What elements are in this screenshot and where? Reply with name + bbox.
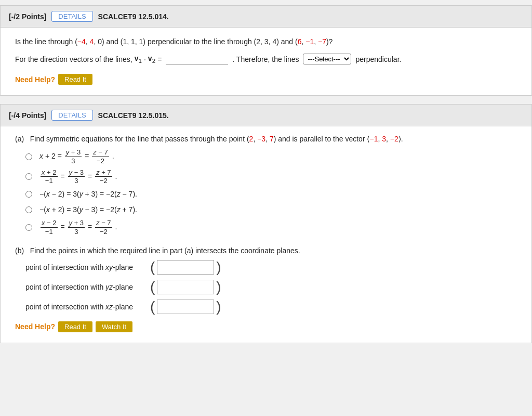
option-4-text: −(x + 2) = 3(y − 3) = −2(z + 7).	[39, 204, 137, 216]
problem-49-need-help: Need Help? Read It Watch It	[15, 321, 517, 332]
perpendicular-text: perpendicular.	[355, 55, 401, 63]
yz-plane-row: point of intersection with yz-plane ( )	[25, 280, 517, 294]
part-b-header: (b) Find the points in which the require…	[15, 246, 517, 255]
part-b-label: (b)	[15, 246, 24, 255]
vec-3: 3	[382, 135, 386, 143]
part-b-section: (b) Find the points in which the require…	[15, 246, 517, 314]
dot-product-symbol: ·	[144, 55, 146, 63]
part-a-label: (a)	[15, 135, 24, 143]
frac-y3c: y + 3 3	[68, 219, 85, 236]
problem-48-content: Is the line through (−4, 4, 0) and (1, 1…	[1, 28, 531, 95]
xy-open-bracket: (	[150, 260, 155, 275]
frac-z7b: z + 7 −2	[95, 168, 112, 185]
part-b-question: Find the points in which the required li…	[30, 246, 300, 255]
yz-open-bracket: (	[150, 280, 155, 294]
option-1-text: x + 2 = y + 3 3 = z − 7 −2 .	[39, 148, 114, 165]
coord-6: 6	[298, 37, 302, 46]
perpendicular-select[interactable]: ---Select--- are are not	[303, 54, 351, 64]
page-wrapper: [-/2 Points] DETAILS SCALCET9 12.5.014. …	[0, 0, 532, 357]
part-a-header: (a) Find symmetric equations for the lin…	[15, 135, 517, 143]
fraction-z7: z − 7 −2	[92, 148, 109, 165]
problem-48-need-help: Need Help? Read It	[15, 74, 517, 85]
xz-open-bracket: (	[150, 300, 155, 314]
vec-neg2: −2	[390, 135, 398, 143]
problem-49-points: [-/4 Points]	[9, 111, 46, 120]
xz-close-bracket: )	[216, 300, 221, 314]
problem-48-id: SCALCET9 12.5.014.	[98, 12, 169, 21]
read-it-48-button[interactable]: Read It	[58, 74, 92, 85]
problem-48-header: [-/2 Points] DETAILS SCALCET9 12.5.014.	[1, 6, 531, 28]
option-2-row: x + 2 −1 = y − 3 3 = z + 7 −2	[25, 168, 517, 185]
equals-sign: =	[157, 55, 162, 63]
frac-x2: x + 2 −1	[41, 168, 58, 185]
problem-48-block: [-/2 Points] DETAILS SCALCET9 12.5.014. …	[0, 5, 532, 96]
coord-neg1: −1	[305, 37, 314, 46]
xz-plane-input[interactable]	[157, 300, 214, 314]
option-2-text: x + 2 −1 = y − 3 3 = z + 7 −2	[39, 168, 117, 185]
yz-plane-input[interactable]	[157, 280, 214, 294]
coord-4: 4	[90, 37, 94, 46]
option-1-row: x + 2 = y + 3 3 = z − 7 −2 .	[25, 148, 517, 165]
xy-close-bracket: )	[216, 260, 221, 275]
problem-48-points: [-/2 Points]	[9, 12, 46, 21]
yz-close-bracket: )	[216, 280, 221, 294]
yz-plane-label: point of intersection with yz-plane	[25, 283, 145, 291]
option-2-radio[interactable]	[25, 173, 32, 180]
dot-product-input	[166, 54, 228, 64]
frac-x2c: x − 2 −1	[41, 219, 58, 236]
xz-plane-label: point of intersection with xz-plane	[25, 303, 145, 311]
xy-plane-label: point of intersection with xy-plane	[25, 263, 145, 271]
xz-plane-row: point of intersection with xz-plane ( )	[25, 300, 517, 314]
therefore-text: . Therefore, the lines	[232, 55, 299, 63]
pt-7: 7	[270, 135, 274, 143]
xy-plane-input-group: ( )	[150, 260, 221, 275]
option-3-row: −(x − 2) = 3(y + 3) = −2(z − 7).	[25, 188, 517, 201]
pt-neg3: −3	[257, 135, 265, 143]
v1-label: v1	[135, 54, 142, 64]
problem-49-content: (a) Find symmetric equations for the lin…	[1, 126, 531, 342]
part-a-section: (a) Find symmetric equations for the lin…	[15, 135, 517, 236]
problem-49-header: [-/4 Points] DETAILS SCALCET9 12.5.015.	[1, 105, 531, 126]
option-3-text: −(x − 2) = 3(y + 3) = −2(z − 7).	[39, 188, 137, 201]
direction-prefix: For the direction vectors of the lines,	[15, 55, 132, 63]
pt-2: 2	[249, 135, 254, 143]
need-help-49-label: Need Help?	[15, 322, 55, 331]
xz-plane-input-group: ( )	[150, 300, 221, 314]
option-1-radio[interactable]	[25, 153, 32, 160]
fraction-y3: y + 3 3	[65, 148, 82, 165]
problem-49-details-button[interactable]: DETAILS	[51, 110, 92, 121]
problem-49-id: SCALCET9 12.5.015.	[98, 111, 169, 120]
option-5-text: x − 2 −1 = y + 3 3 = z − 7 −2	[39, 219, 117, 236]
xy-plane-input[interactable]	[157, 260, 214, 275]
v2-label: v2	[148, 54, 155, 64]
coord-neg4: −4	[77, 37, 86, 46]
coord-neg7: −7	[318, 37, 326, 46]
vec-neg1: −1	[369, 135, 378, 143]
option-4-radio[interactable]	[25, 206, 32, 213]
option-3-radio[interactable]	[25, 191, 32, 198]
option-5-radio[interactable]	[25, 224, 32, 231]
problem-49-block: [-/4 Points] DETAILS SCALCET9 12.5.015. …	[0, 104, 532, 343]
option-5-row: x − 2 −1 = y + 3 3 = z − 7 −2	[25, 219, 517, 236]
option-4-row: −(x + 2) = 3(y − 3) = −2(z + 7).	[25, 204, 517, 216]
watch-it-49-button[interactable]: Watch It	[96, 321, 132, 332]
frac-z7c: z − 7 −2	[95, 219, 112, 236]
read-it-49-button[interactable]: Read It	[58, 321, 92, 332]
problem-48-question: Is the line through (−4, 4, 0) and (1, 1…	[15, 36, 517, 47]
problem-48-details-button[interactable]: DETAILS	[51, 11, 92, 22]
problem-48-direction: For the direction vectors of the lines, …	[15, 54, 517, 64]
yz-plane-input-group: ( )	[150, 280, 221, 294]
need-help-48-label: Need Help?	[15, 75, 55, 84]
frac-y3b: y − 3 3	[68, 168, 85, 185]
xy-plane-row: point of intersection with xy-plane ( )	[25, 260, 517, 275]
